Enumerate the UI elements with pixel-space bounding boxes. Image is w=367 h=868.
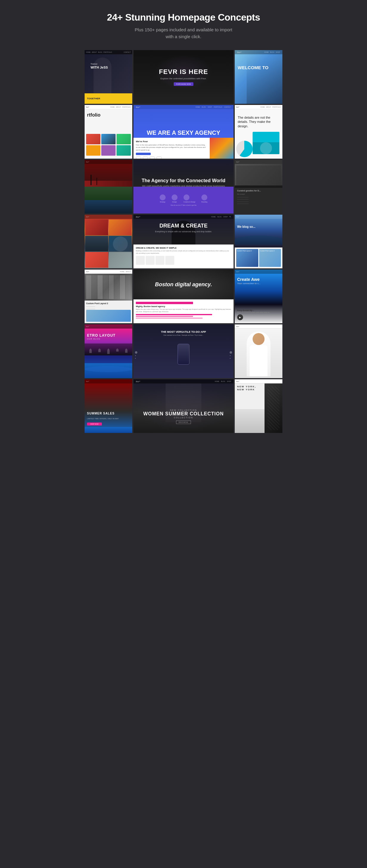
portfolio-title: rtfolio: [87, 113, 100, 118]
blog-title-text: We blog so...: [237, 225, 255, 228]
fitness-yellow-bar: TOGETHER: [85, 93, 132, 104]
thumbnail-connected[interactable]: fevr* HOME BLOG SHOP The Agency for the …: [133, 160, 234, 214]
thumbnails-grid: HOME ABOUT BLOG PORTFOLIO CONTACT Traine…: [84, 49, 283, 434]
main-title: 24+ Stunning Homepage Concepts: [89, 12, 278, 23]
thumbnail-fashion[interactable]: fevr*: [235, 324, 282, 378]
dream-bottom-section: DREAM & CREATE, WE MADE IT SIMPLE Buildi…: [133, 245, 234, 268]
thumbnail-blog[interactable]: fevr* We blog so... Custom Post Layout 2…: [235, 215, 282, 268]
boston-bottom-section: Mighty, Boston based agency Mighty this …: [133, 299, 234, 323]
thumbnail-summer[interactable]: fevr* SUMMER SALES LIMITED TIME OFFERS, …: [85, 379, 132, 433]
thumbnail-createawe[interactable]: fevr* Create Awe Your connection to c...…: [235, 270, 282, 323]
main-subtitle: Plus 150+ pages included and available t…: [89, 27, 278, 40]
metro-title: ETRO LAYOUT: [87, 333, 115, 338]
thumbnail-mosaic[interactable]: fevr*: [85, 215, 132, 268]
thumbnail-women[interactable]: fevr* HOME BLOG SHOP New Collection WOME…: [133, 379, 234, 433]
app-title: THE MOST VERSATILE TO-DO APP: [136, 330, 231, 333]
thumbnail-metro[interactable]: fevr* ETRO LAYOUT OUR BLOG: [85, 324, 132, 378]
thumbnail-boston[interactable]: fevr* HOME BLOG SHOP Boston digital agen…: [133, 270, 234, 323]
header-section: 24+ Stunning Homepage Concepts Plus 150+…: [84, 0, 283, 49]
summer-title-text: SUMMER SALES: [87, 412, 115, 415]
connected-purple-section: Strategy Design Creative & Design Brandi…: [133, 187, 234, 214]
thumbnail-portfolio[interactable]: fevr* HOME ABOUT PORTFOLIO rtfolio: [85, 105, 132, 159]
thumbnail-details[interactable]: fevr* HOME ABOUT PORTFOLIO The details a…: [235, 105, 282, 159]
thumbnail-fevr-hero[interactable]: fevr* HOME BLOG SHOP PORTFOLIO CONTACT 🔍…: [133, 50, 234, 104]
fitness-with-jess: WITH JeSS: [91, 65, 126, 69]
thumbnail-app[interactable]: fevr* HOME BLOG SHOP 🔍 THE MOST VERSATIL…: [133, 324, 234, 378]
thumbnail-custpost[interactable]: fevr* HOME ABOUT: [85, 270, 132, 323]
curated-title: Curated goodies for D...: [237, 190, 280, 192]
thumbnail-welcome[interactable]: fevr* HOME BLOG SHOP WELCOME TO: [235, 50, 282, 104]
thumbnail-nyc[interactable]: fevr* NEW YORK, NEW YORK: [235, 379, 282, 433]
blog-cards-section: Custom Post Layout 2 Custom Post Layout …: [235, 247, 282, 268]
fevr-purchase-btn[interactable]: PURCHASE NOW: [174, 82, 193, 86]
welcome-text: WELCOME TO: [238, 65, 281, 70]
fevr-hero-content: FEVR IS HERE Explore the unlimited possi…: [133, 50, 234, 104]
thumbnail-fitness[interactable]: HOME ABOUT BLOG PORTFOLIO CONTACT Traine…: [85, 50, 132, 104]
portfolio-grid: [86, 134, 131, 156]
agency-bottom: We're Fevr Fevr is the new generation of…: [133, 138, 234, 159]
thumbnail-agency[interactable]: fevr* HOME BLOG SHOP PORTFOLIO CONTACT W…: [133, 105, 234, 159]
thumbnail-curated[interactable]: fevr* Curated goodies for D... We curate…: [235, 160, 282, 214]
thumbnail-dream[interactable]: fevr* HOME BLOG SHOP 🔍 DREAM & CREATE Ev…: [133, 215, 234, 268]
thumbnail-landscape[interactable]: fevr*: [85, 160, 132, 214]
createawe-title: Create Awe: [237, 277, 280, 282]
